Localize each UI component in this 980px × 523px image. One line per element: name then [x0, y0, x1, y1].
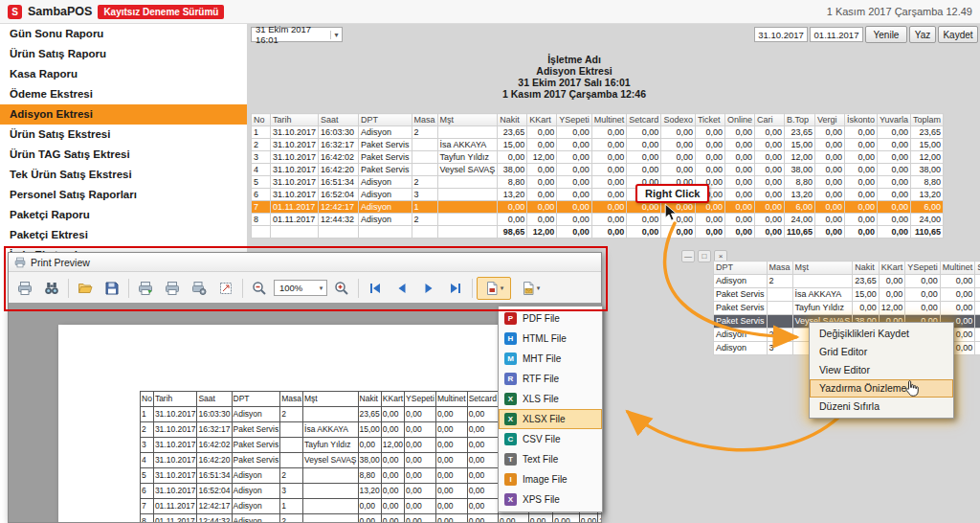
column-header[interactable]: YSepeti [557, 114, 592, 126]
column-header[interactable]: Yuvarla [877, 114, 910, 126]
column-header[interactable]: Masa [412, 114, 437, 126]
column-header[interactable]: Saat [197, 392, 232, 407]
column-header[interactable]: Nakit [498, 114, 527, 126]
sidebar-item[interactable]: Ürün Satış Raporu [0, 44, 247, 64]
table-row[interactable]: 701.11.201712:42:17Adisyon10,000,000,000… [252, 201, 944, 214]
column-header[interactable]: İskonto [844, 114, 877, 126]
column-header[interactable]: Toplam [911, 114, 944, 126]
table-row[interactable]: 331.10.201716:42:02Paket ServisTayfun Yı… [252, 151, 944, 164]
column-header[interactable]: Setcard [975, 262, 980, 275]
export-format-item[interactable]: XXPS File [499, 489, 602, 510]
zoom-in-button[interactable] [329, 277, 354, 300]
context-menu-item[interactable]: Yazdırma Önizleme [810, 379, 953, 398]
print-button[interactable]: Yaz [909, 26, 936, 43]
sidebar-item[interactable]: Kasa Raporu [0, 64, 247, 84]
zoom-selector[interactable]: 100% ▾ [274, 280, 327, 296]
export-format-item[interactable]: XXLS File [499, 389, 602, 409]
refresh-button[interactable]: Yenile [865, 26, 907, 43]
column-header[interactable]: Multinet [940, 262, 975, 275]
export-format-item[interactable]: IImage File [499, 469, 602, 489]
end-date-field[interactable]: 01.11.2017 [810, 27, 863, 42]
column-header[interactable]: Mşt [303, 392, 359, 407]
column-header[interactable]: Mşt [437, 114, 498, 126]
first-page-button[interactable] [363, 277, 388, 300]
quick-print-button[interactable] [12, 277, 37, 300]
previous-page-button[interactable] [390, 277, 414, 300]
column-header[interactable]: Masa [280, 392, 303, 407]
column-header[interactable]: DPT [714, 262, 768, 275]
column-header[interactable]: No [141, 392, 154, 407]
column-header[interactable]: YSepeti [905, 262, 941, 275]
table-row[interactable]: 431.10.201716:42:20Paket ServisVeysel SA… [252, 164, 944, 176]
zoom-out-button[interactable] [247, 277, 272, 300]
column-header[interactable]: KKart [879, 262, 905, 275]
sidebar-item[interactable]: Tek Ürün Satış Ekstresi [0, 165, 247, 185]
send-email-button[interactable]: ▾ [513, 277, 547, 300]
next-page-button[interactable] [416, 277, 441, 300]
sidebar-item[interactable]: Ürün TAG Satış Ektresi [0, 145, 247, 165]
column-header[interactable]: KKart [381, 392, 404, 407]
column-header[interactable]: DPT [232, 392, 280, 407]
column-header[interactable]: No [252, 114, 271, 126]
scale-button[interactable] [213, 277, 238, 300]
print-dialog-button[interactable] [160, 277, 185, 300]
sidebar-item[interactable]: Gün Sonu Raporu [0, 24, 247, 44]
export-format-item[interactable]: CCSV File [499, 429, 602, 449]
sidebar-item[interactable]: Paketçi Ektresi [0, 225, 247, 245]
print-direct-button[interactable] [133, 277, 158, 300]
start-date-field[interactable]: 31.10.2017 [754, 27, 808, 42]
column-header[interactable]: Vergi [814, 114, 844, 126]
table-row[interactable]: 631.10.201716:52:04Adisyon313,200,000,00… [252, 189, 944, 201]
sidebar-item[interactable]: Paketçi Raporu [0, 205, 247, 225]
column-header[interactable]: Mşt [792, 262, 853, 275]
column-header[interactable]: Multinet [435, 392, 467, 407]
column-header[interactable]: Nakit [358, 392, 381, 407]
save-document-button[interactable] [100, 277, 124, 300]
column-header[interactable]: DPT [359, 114, 412, 126]
page-setup-button[interactable] [187, 277, 212, 300]
column-header[interactable]: Online [724, 114, 754, 126]
column-header[interactable]: Saat [319, 114, 359, 126]
export-format-item[interactable]: HHTML File [499, 329, 602, 349]
save-button[interactable]: Kaydet [938, 26, 978, 43]
table-row[interactable]: 801.11.201712:44:32Adisyon20,000,000,000… [141, 514, 602, 523]
period-selector[interactable]: 31 Ekim 2017 16:01 ▾ [251, 27, 343, 42]
export-format-item[interactable]: MMHT File [499, 349, 602, 369]
export-document-button[interactable]: ▾ [477, 277, 511, 300]
column-header[interactable]: YSepeti [405, 392, 436, 407]
table-row[interactable]: 801.11.201712:44:32Adisyon20,000,000,000… [252, 214, 944, 226]
sidebar-item[interactable]: Personel Satış Raporları [0, 185, 247, 205]
sidebar-item[interactable]: Adisyon Ektresi [0, 104, 247, 125]
export-format-item[interactable]: RRTF File [499, 369, 602, 389]
column-header[interactable]: Ticket [695, 114, 724, 126]
column-header[interactable]: Masa [767, 262, 792, 275]
print-preview-titlebar[interactable]: Print Preview [9, 253, 601, 272]
column-header[interactable]: Multinet [591, 114, 627, 126]
search-button[interactable] [39, 277, 64, 300]
export-format-item[interactable]: XXLSX File [499, 409, 602, 429]
column-header[interactable]: KKart [527, 114, 557, 126]
open-button[interactable] [73, 277, 98, 300]
column-header[interactable]: Setcard [627, 114, 661, 126]
context-menu-item[interactable]: Düzeni Sıfırla [810, 398, 953, 416]
column-header[interactable]: B.Top [784, 114, 814, 126]
column-header[interactable]: Tarih [271, 114, 319, 126]
table-row[interactable]: 231.10.201716:32:17Paket Servisİsa AKKAY… [252, 139, 944, 151]
context-menu-item[interactable]: Grid Editor [810, 343, 953, 361]
export-format-item[interactable]: PPDF File [499, 308, 602, 329]
context-menu-item[interactable]: Değişiklikleri Kaydet [810, 325, 953, 343]
table-row[interactable]: Paket Servisİsa AKKAYA15,000,000,000,000… [714, 288, 980, 302]
column-header[interactable]: Tarih [153, 392, 197, 407]
column-header[interactable]: Cari [754, 114, 784, 126]
export-format-item[interactable]: TText File [499, 449, 602, 469]
table-row[interactable]: 531.10.201716:51:34Adisyon28,800,000,000… [252, 176, 944, 189]
column-header[interactable]: Nakit [853, 262, 880, 275]
column-header[interactable]: Setcard [467, 392, 498, 407]
table-row[interactable]: 131.10.201716:03:30Adisyon223,650,000,00… [252, 126, 944, 139]
maximize-button[interactable]: □ [698, 250, 711, 262]
minimize-button[interactable]: — [681, 250, 695, 262]
table-row[interactable]: Adisyon223,650,000,000,000,00 [714, 275, 980, 288]
context-menu-item[interactable]: View Editor [810, 361, 953, 379]
sidebar-item[interactable]: Ödeme Ekstresi [0, 84, 247, 104]
table-row[interactable]: Paket ServisTayfun Yıldız0,0012,000,000,… [714, 302, 980, 315]
